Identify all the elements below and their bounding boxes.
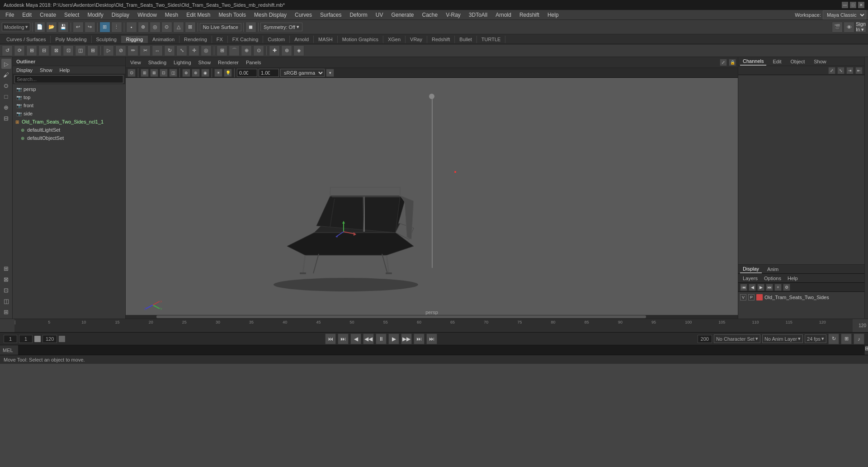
tool-new[interactable]: 📄	[34, 22, 45, 33]
tab-mash[interactable]: MASH	[314, 36, 338, 43]
layer-v-toggle[interactable]: V	[740, 294, 746, 300]
shelf-plus[interactable]: ✚	[269, 45, 280, 56]
shelf-rot[interactable]: ↻	[164, 45, 175, 56]
scrollbar-thumb-h[interactable]	[156, 315, 646, 318]
tab-show[interactable]: Show	[811, 58, 829, 65]
outliner-help-menu[interactable]: Help	[58, 67, 72, 73]
tool-sculpt[interactable]: ⊙	[1, 81, 11, 91]
playback-play-back[interactable]: ◀◀	[363, 334, 374, 344]
tab-fx[interactable]: FX	[212, 36, 228, 43]
menu-mesh-tools[interactable]: Mesh Tools	[215, 11, 250, 19]
tab-rendering[interactable]: Rendering	[179, 36, 212, 43]
shelf-icon8[interactable]: ⊞	[87, 45, 98, 56]
menu-display[interactable]: Display	[108, 11, 133, 19]
tab-edit[interactable]: Edit	[770, 58, 784, 65]
tab-animation[interactable]: Animation	[148, 36, 179, 43]
tool-save[interactable]: 💾	[58, 22, 69, 33]
menu-create[interactable]: Create	[36, 11, 60, 19]
menu-help[interactable]: Help	[544, 11, 562, 19]
right-scrollbar[interactable]	[864, 57, 868, 319]
vp-shading-3[interactable]: ◉	[201, 69, 209, 77]
layer-p-toggle[interactable]: P	[748, 294, 755, 300]
audio-btn[interactable]: ♪	[854, 334, 864, 344]
tool-select-mask[interactable]: ⊞	[99, 22, 110, 33]
layer-settings-btn[interactable]: ⚙	[783, 284, 790, 291]
shelf-icon5[interactable]: ⊠	[51, 45, 61, 56]
tool-layer4[interactable]: ◫	[1, 296, 11, 306]
layer-prev-btn[interactable]: ◀	[749, 284, 756, 291]
vp-cam-btn2[interactable]: ⊠	[150, 69, 158, 77]
menu-redshift[interactable]: Redshift	[516, 11, 543, 19]
shelf-snap-to-point[interactable]: ⊕	[241, 45, 252, 56]
frame-start-field[interactable]: 1	[4, 335, 17, 343]
rpanel-icon2[interactable]: ⤡	[837, 67, 844, 74]
tab-bullet[interactable]: Bullet	[455, 36, 477, 43]
vp-cam-btn3[interactable]: ⊡	[160, 69, 168, 77]
timeline-ruler[interactable]: | 5 10 15 20 25 30 35 40 45 50 55 60 65 …	[14, 319, 853, 332]
outliner-item-side[interactable]: 📷 side	[13, 110, 125, 118]
menu-window[interactable]: Window	[134, 11, 160, 19]
layer-color-swatch[interactable]	[756, 294, 763, 300]
viewport-menu-show[interactable]: Show	[196, 59, 214, 66]
vp-shading-2[interactable]: ⊗	[192, 69, 200, 77]
render-icon[interactable]: 🎬	[832, 22, 843, 33]
playback-next-key[interactable]: ⏭	[414, 334, 425, 344]
playback-play-fwd[interactable]: ▶	[388, 334, 399, 344]
layer-next-btn[interactable]: ▶	[757, 284, 764, 291]
shelf-move[interactable]: ↔	[152, 45, 163, 56]
menu-generate[interactable]: Generate	[387, 11, 417, 19]
menu-deform[interactable]: Deform	[346, 11, 371, 19]
shelf-lasso[interactable]: ⊘	[115, 45, 126, 56]
tab-arnold[interactable]: Arnold	[290, 36, 314, 43]
shelf-scale[interactable]: ⤡	[176, 45, 187, 56]
shelf-snap-to-curve[interactable]: ⌒	[229, 45, 240, 56]
color-settings-btn[interactable]: ▾	[326, 69, 334, 77]
panel-expand-icon[interactable]: ⤢	[720, 59, 727, 66]
rpanel-icon4[interactable]: ⇤	[855, 67, 863, 74]
command-line-input[interactable]	[18, 345, 864, 355]
vp-light-1[interactable]: ☀	[214, 69, 222, 77]
frame-range-field[interactable]: 120	[42, 335, 57, 343]
tool-layer3[interactable]: ⊡	[1, 285, 11, 295]
tool-render1[interactable]: ◼	[245, 22, 256, 33]
gamma-input[interactable]	[259, 69, 279, 77]
shelf-magnet[interactable]: ⊛	[281, 45, 292, 56]
tab-sculpting[interactable]: Sculpting	[92, 36, 122, 43]
shelf-icon3[interactable]: ⊞	[26, 45, 37, 56]
vp-cam-btn1[interactable]: ⊞	[141, 69, 149, 77]
playback-prev-frame[interactable]: ◀	[350, 334, 361, 344]
viewport-menu-renderer[interactable]: Renderer	[215, 59, 241, 66]
layer-item[interactable]: V P Old_Tram_Seats_Two_Sides	[738, 293, 864, 302]
layer-end-btn[interactable]: ⏭	[766, 284, 773, 291]
menu-select[interactable]: Select	[61, 11, 83, 19]
vp-cam-btn4[interactable]: ◫	[169, 69, 177, 77]
shelf-cut[interactable]: ✂	[140, 45, 151, 56]
viewport-menu-panels[interactable]: Panels	[243, 59, 264, 66]
tool-open[interactable]: 📂	[46, 22, 57, 33]
outliner-item-persp[interactable]: 📷 persp	[13, 85, 125, 93]
options-menu[interactable]: Options	[761, 275, 784, 282]
time-display-btn[interactable]: ⊞	[841, 334, 852, 344]
sign-in-button[interactable]: Sign In ▾	[855, 22, 866, 33]
tab-curves-surfaces[interactable]: Curves / Surfaces	[2, 36, 51, 43]
tool-hierarchy[interactable]: ⋮	[111, 22, 122, 33]
shelf-extra[interactable]: ◈	[293, 45, 304, 56]
tool-uv[interactable]: □	[1, 91, 11, 101]
tab-xgen[interactable]: XGen	[383, 36, 406, 43]
tool-snap5[interactable]: △	[173, 22, 184, 33]
menu-curves[interactable]: Curves	[291, 11, 316, 19]
shelf-icon1[interactable]: ↺	[2, 45, 13, 56]
no-character-set-dropdown[interactable]: No Character Set ▾	[714, 334, 760, 343]
3d-viewport[interactable]: Y X Z persp	[126, 78, 738, 319]
no-anim-layer-dropdown[interactable]: No Anim Layer ▾	[762, 334, 803, 343]
tool-paint[interactable]: 🖌	[1, 70, 11, 80]
shelf-icon7[interactable]: ◫	[75, 45, 86, 56]
close-button[interactable]: ✕	[858, 2, 864, 8]
tool-snap6[interactable]: ⊠	[185, 22, 196, 33]
tool-undo[interactable]: ↩	[73, 22, 84, 33]
vp-light-2[interactable]: 💡	[224, 69, 232, 77]
tool-select[interactable]: ▷	[1, 59, 11, 69]
tab-redshift[interactable]: Redshift	[427, 36, 455, 43]
tab-vray[interactable]: VRay	[406, 36, 427, 43]
layer-add-btn[interactable]: +	[774, 284, 782, 291]
